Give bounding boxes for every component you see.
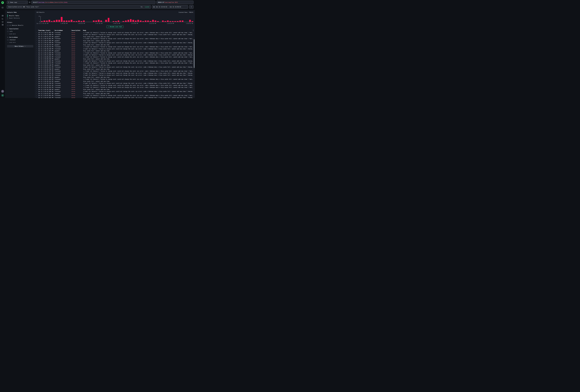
row-expand-icon[interactable] [35, 64, 38, 66]
column-header-severitytext[interactable]: SeverityText [72, 30, 83, 31]
log-row[interactable]: Jun 11 1:55:39.331 PMfrontenderror× {"co… [35, 84, 195, 86]
log-row[interactable]: Jun 11 1:55:39.330 PMfrontenderror{"code… [35, 82, 195, 84]
histogram-bar[interactable] [63, 20, 65, 22]
histogram-bar[interactable] [66, 20, 67, 22]
table-options-kebab-icon[interactable] [193, 30, 193, 31]
row-expand-icon[interactable] [35, 46, 38, 47]
dashboards-icon[interactable] [1, 23, 4, 26]
chart-icon[interactable] [1, 17, 4, 20]
histogram-bar[interactable] [179, 20, 181, 22]
run-query-button[interactable] [189, 5, 193, 9]
histogram-bar[interactable] [83, 20, 85, 22]
histogram-bar[interactable] [98, 20, 99, 22]
histogram-bar[interactable] [152, 20, 154, 22]
log-row[interactable]: Jun 11 1:55:16.296 PMpaymenterrorVisa ca… [35, 88, 195, 91]
row-expand-icon[interactable] [35, 56, 38, 57]
log-row[interactable]: Jun 11 1:56:43.001 PMfrontenderror× {"co… [35, 38, 195, 40]
log-row[interactable]: Jun 11 1:56:32.849 PMfrontenderror× {"co… [35, 52, 195, 54]
analysis-mode-item[interactable]: Event Patterns [7, 17, 33, 19]
histogram-bar[interactable] [135, 20, 137, 22]
row-expand-icon[interactable] [35, 63, 38, 64]
row-expand-icon[interactable] [35, 77, 38, 78]
histogram-bar[interactable] [71, 20, 72, 22]
logs-icon[interactable] [1, 14, 4, 17]
row-expand-icon[interactable] [35, 50, 38, 51]
histogram-bar[interactable] [95, 20, 97, 22]
select-query-input[interactable]: SELECT Timestamp, ServiceName, SeverityT… [31, 1, 155, 4]
log-row[interactable]: Jun 11 1:56:42.999 PMfrontenderror{"code… [35, 42, 195, 44]
log-row[interactable]: Jun 11 1:56:51.982 PMfrontenderror× {"co… [35, 31, 195, 34]
log-row[interactable]: Jun 11 1:55:39.324 PMpaymenterrorVisa ca… [35, 80, 195, 82]
log-row[interactable]: Jun 11 1:56:38.540 PMfrontenderror{"code… [35, 48, 195, 50]
denoise-results-toggle[interactable]: Denoise Results [7, 25, 33, 26]
histogram-bar[interactable] [132, 20, 134, 22]
column-resize-handle[interactable] [83, 30, 83, 31]
row-expand-icon[interactable] [35, 67, 38, 68]
row-expand-icon[interactable] [35, 42, 38, 43]
log-row[interactable]: Jun 11 1:56:03.254 PMfrontenderror× {"co… [35, 62, 195, 64]
histogram-bar[interactable] [93, 20, 95, 22]
histogram-bar[interactable] [68, 20, 70, 22]
user-avatar[interactable]: U [1, 94, 4, 97]
histogram-bar[interactable] [43, 20, 45, 22]
filter-option[interactable]: checkout [7, 39, 33, 41]
time-range-picker[interactable]: Jun 11 13:41:52 - Jun 11 13:56:52 [152, 5, 188, 9]
histogram-bar[interactable] [130, 19, 132, 22]
histogram-bar[interactable] [147, 20, 149, 22]
histogram-bar[interactable] [162, 20, 164, 22]
histogram-bar[interactable] [46, 20, 48, 22]
row-expand-icon[interactable] [35, 75, 38, 76]
log-row[interactable]: Jun 11 1:56:51.980 PMfrontenderror{"code… [35, 34, 195, 36]
log-row[interactable]: Jun 11 1:55:51.454 PMfrontenderror× {"co… [35, 78, 195, 80]
language-sql-option[interactable]: SQL [141, 6, 143, 7]
histogram-bar[interactable] [125, 20, 127, 22]
histogram-bar[interactable] [48, 20, 50, 22]
row-expand-icon[interactable] [35, 71, 38, 72]
analysis-mode-item[interactable]: Results Table [7, 14, 33, 17]
row-expand-icon[interactable] [35, 54, 38, 55]
denoise-checkbox[interactable] [7, 25, 8, 26]
row-expand-icon[interactable] [35, 36, 38, 37]
row-expand-icon[interactable] [35, 58, 38, 59]
column-header-servicename[interactable]: ServiceName [55, 30, 72, 31]
log-row[interactable]: Jun 11 1:56:42.995 PMpaymenterrorVisa ca… [35, 40, 195, 42]
load-more-button[interactable]: Load more [7, 42, 33, 43]
row-expand-icon[interactable] [35, 73, 38, 74]
scrollbar-thumb[interactable] [194, 39, 194, 68]
histogram-bar[interactable] [58, 20, 60, 22]
histogram-bar[interactable] [78, 20, 80, 22]
log-row[interactable]: Jun 11 1:56:08.956 PMfrontenderror× {"co… [35, 56, 195, 58]
histogram-bar[interactable] [105, 20, 107, 22]
histogram-bar[interactable] [155, 20, 156, 22]
app-logo-icon[interactable] [1, 1, 4, 4]
row-expand-icon[interactable] [35, 95, 38, 96]
column-resize-handle[interactable] [54, 30, 54, 31]
log-row[interactable]: Jun 11 1:56:32.848 PMfrontenderror{"code… [35, 54, 195, 56]
row-expand-icon[interactable] [35, 81, 38, 82]
sessions-icon[interactable] [1, 20, 4, 23]
sidebar-toggle-icon[interactable] [1, 6, 4, 9]
vertical-scrollbar[interactable] [194, 38, 194, 98]
histogram-bar[interactable] [108, 18, 109, 22]
log-row[interactable]: Jun 11 1:55:51.448 PMpaymenterrorVisa ca… [35, 76, 195, 78]
histogram-bar[interactable] [137, 20, 139, 22]
histogram-bar[interactable] [167, 20, 168, 22]
row-expand-icon[interactable] [35, 85, 38, 86]
gear-icon[interactable]: ⚙ [29, 1, 30, 3]
histogram-bar[interactable] [53, 20, 55, 22]
log-row[interactable]: Jun 11 1:56:38.542 PMfrontenderror× {"co… [35, 46, 195, 48]
row-expand-icon[interactable] [35, 69, 38, 70]
column-header-body[interactable]: Body [83, 30, 192, 31]
histogram-bar[interactable] [118, 20, 119, 22]
filter-option[interactable]: info [7, 31, 33, 32]
log-row[interactable]: Jun 11 1:56:08.948 PMpaymenterrorVisa ca… [35, 58, 195, 60]
histogram-bar[interactable] [61, 17, 62, 22]
log-row[interactable]: Jun 11 1:55:07.841 PMfrontenderror× {"co… [35, 95, 195, 97]
row-expand-icon[interactable] [35, 91, 38, 92]
log-row[interactable]: Jun 11 1:55:16.302 PMfrontenderror× {"co… [35, 86, 195, 89]
order-by-input[interactable]: ORDER BY TimestampTime DESC [156, 1, 193, 4]
log-row[interactable]: Jun 11 1:55:59.760 PMpaymenterrorVisa ca… [35, 68, 195, 70]
histogram-bar[interactable] [100, 20, 102, 22]
row-expand-icon[interactable] [35, 48, 38, 49]
log-row[interactable]: Jun 11 1:56:08.955 PMfrontenderror{"code… [35, 60, 195, 62]
